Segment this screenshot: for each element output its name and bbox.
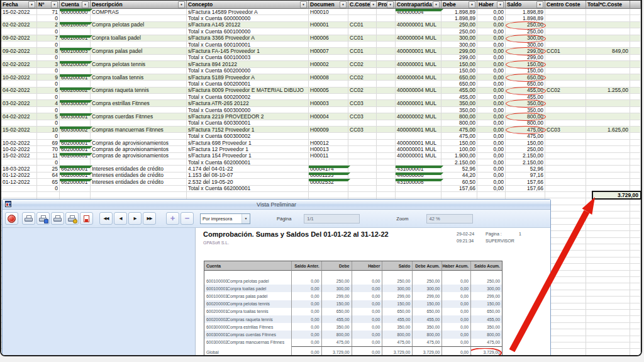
cell-num[interactable]: 0 xyxy=(37,186,60,191)
cell-haber[interactable]: 0,00 xyxy=(477,113,506,119)
cell-total[interactable] xyxy=(586,323,630,329)
cell-contra[interactable] xyxy=(396,68,441,74)
cell-fecha[interactable] xyxy=(1,55,37,60)
cell-num[interactable]: 70 xyxy=(37,146,60,152)
cell-fecha[interactable]: 09-02-2022 xyxy=(1,35,37,41)
cell-conc[interactable]: Total x Cuenta 600300000 xyxy=(187,107,309,113)
cell-centro[interactable] xyxy=(545,231,586,237)
cell-contra[interactable]: 431000008 xyxy=(396,179,441,184)
cell-centro[interactable] xyxy=(545,100,586,106)
filter-arrow-icon[interactable]: ▼ xyxy=(51,1,58,8)
cell-cc[interactable] xyxy=(348,28,377,34)
cell-cuenta[interactable] xyxy=(60,192,91,198)
filter-arrow-icon[interactable]: ▼ xyxy=(28,1,35,8)
cell-saldo[interactable]: 475,00 xyxy=(506,127,545,132)
cell-total[interactable] xyxy=(586,329,630,335)
cell-pro[interactable] xyxy=(377,15,396,21)
printer-select[interactable]: Por impresora ▼ xyxy=(200,213,250,224)
cell-desc[interactable]: Intereses entidades de crédito xyxy=(91,166,187,171)
cell-debe[interactable]: 1.898,89 xyxy=(441,9,477,14)
cell-pad[interactable] xyxy=(630,283,641,289)
pdf-export-button[interactable] xyxy=(80,212,93,225)
cell-cuenta[interactable]: 662000001 xyxy=(60,173,91,178)
cell-cuenta[interactable] xyxy=(60,68,91,74)
cell-pro[interactable] xyxy=(377,173,396,178)
cell-pad[interactable] xyxy=(630,74,641,80)
cell-cc[interactable] xyxy=(348,94,377,99)
cell-doc[interactable]: H00002 xyxy=(309,61,348,67)
cell-cuenta[interactable] xyxy=(60,159,91,165)
column-header-cc[interactable]: C.Coste▼ xyxy=(348,1,377,9)
cell-total[interactable] xyxy=(586,225,630,230)
column-header-doc[interactable]: Documen▼ xyxy=(309,1,348,9)
cell-haber[interactable]: 0,00 xyxy=(477,153,506,159)
cell-pad[interactable] xyxy=(630,303,641,309)
cell-desc[interactable]: Compras cuerdas Fitnnes xyxy=(91,113,187,119)
cell-conc[interactable]: Total x Cuenta 600300002 xyxy=(187,133,309,139)
cell-debe[interactable]: 455,00 xyxy=(441,88,477,93)
cell-doc[interactable] xyxy=(309,107,348,113)
cell-cc[interactable] xyxy=(348,173,377,178)
cell-fecha[interactable]: 04-02-2022 xyxy=(1,88,37,93)
cell-saldo[interactable]: 299,00 xyxy=(506,48,545,54)
cell-pad[interactable] xyxy=(630,15,641,21)
cell-centro[interactable] xyxy=(545,257,586,263)
cell-centro[interactable] xyxy=(545,264,586,269)
cell-total[interactable]: 1.255,00 xyxy=(586,88,630,93)
cell-centro[interactable] xyxy=(545,244,586,250)
cell-conc[interactable]: s/Factura 12 Proveedor 1 xyxy=(187,146,309,152)
cell-total[interactable] xyxy=(586,173,630,178)
cell-desc[interactable] xyxy=(91,120,187,126)
cell-cc[interactable]: CC01 xyxy=(348,22,377,28)
cell-centro[interactable] xyxy=(545,218,586,224)
cell-haber[interactable]: 0,00 xyxy=(477,107,506,113)
cell-cuenta[interactable]: 662000001 xyxy=(60,179,91,184)
filter-arrow-icon[interactable]: ▼ xyxy=(536,1,543,8)
column-header-total[interactable]: Total*C.Coste xyxy=(586,1,630,9)
cell-fecha[interactable]: 10-02-2022 xyxy=(1,146,37,152)
cell-fecha[interactable]: 03-02-2022 xyxy=(1,100,37,106)
cell-pro[interactable] xyxy=(377,28,396,34)
cell-cc[interactable] xyxy=(348,179,377,184)
cell-total[interactable] xyxy=(586,283,630,289)
cell-pad[interactable] xyxy=(630,225,641,230)
cell-centro[interactable] xyxy=(545,283,586,289)
cell-centro[interactable] xyxy=(545,15,586,21)
cell-centro[interactable] xyxy=(545,9,586,14)
cell-pad[interactable] xyxy=(630,218,641,224)
cell-centro[interactable] xyxy=(545,22,586,28)
cell-pro[interactable] xyxy=(377,133,396,139)
cell-haber[interactable]: 0,00 xyxy=(477,173,506,178)
cell-num[interactable]: 11 xyxy=(37,153,60,159)
cell-haber[interactable]: 0,00 xyxy=(477,68,506,74)
cell-saldo[interactable]: 1.898,89 xyxy=(506,15,545,21)
cell-haber[interactable]: 0,00 xyxy=(477,186,506,191)
cell-centro[interactable] xyxy=(545,140,586,145)
cell-cc[interactable] xyxy=(348,42,377,47)
column-header-pad[interactable] xyxy=(630,1,641,9)
zoom-out-button[interactable]: − xyxy=(180,212,194,225)
cell-desc[interactable]: Compra pelotas tennis xyxy=(91,61,187,67)
cell-conc[interactable]: s/Factura 7152 Proveedor 1 xyxy=(187,127,309,132)
cell-fecha[interactable]: 15-02-2022 xyxy=(1,9,37,14)
cell-conc[interactable]: s/Factura 8009 Proveedor E MATERIAL DIBU… xyxy=(187,88,309,93)
cell-fecha[interactable]: 15-02-2022 xyxy=(1,153,37,159)
cell-doc[interactable] xyxy=(309,120,348,126)
cell-total[interactable]: 1.625,00 xyxy=(586,127,630,132)
cell-contra[interactable]: 400000004 MUL xyxy=(396,88,441,93)
cell-centro[interactable] xyxy=(545,212,586,217)
cell-centro[interactable] xyxy=(545,81,586,86)
cell-contra[interactable] xyxy=(396,186,441,191)
cell-haber[interactable]: 0,00 xyxy=(477,166,506,171)
cell-debe[interactable]: 475,00 xyxy=(441,127,477,132)
cell-cuenta[interactable] xyxy=(60,42,91,47)
cell-saldo[interactable]: 299,00 xyxy=(506,55,545,60)
cell-cc[interactable]: CC02 xyxy=(348,88,377,93)
cell-contra[interactable]: 400000004 MUL xyxy=(396,35,441,41)
cell-centro[interactable]: CC03 xyxy=(545,127,586,132)
column-header-pro[interactable]: Pro▼ xyxy=(377,1,396,9)
cell-conc[interactable]: Total x Cuenta 600100000 xyxy=(187,28,309,34)
cell-debe[interactable]: 157,66 xyxy=(441,186,477,191)
cell-pro[interactable] xyxy=(377,113,396,119)
zoom-in-button[interactable]: + xyxy=(166,212,179,225)
